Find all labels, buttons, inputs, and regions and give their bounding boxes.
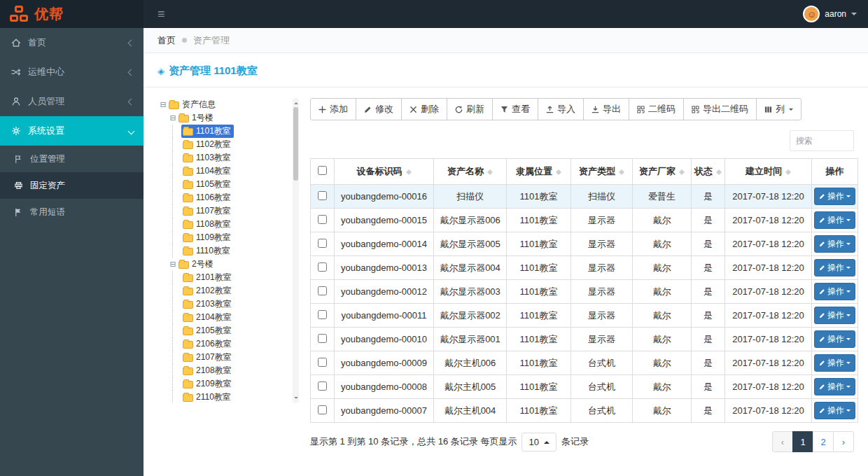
tree-node-room[interactable]: 2110教室 (158, 391, 299, 403)
tree-node-room[interactable]: 1101教室 (158, 125, 299, 138)
scroll-down-icon[interactable] (294, 397, 298, 401)
tree-node-room[interactable]: 1105教室 (158, 178, 299, 191)
user-menu[interactable]: ☺ aaron (803, 6, 857, 22)
col-header-vendor[interactable]: 资产厂家 (633, 159, 692, 185)
tree-node-room[interactable]: 2107教室 (158, 351, 299, 364)
row-action-button[interactable]: 操作 (814, 211, 855, 229)
row-checkbox[interactable] (318, 215, 327, 224)
delete-button[interactable]: 删除 (401, 98, 447, 120)
tree-node-room[interactable]: 1103教室 (158, 151, 299, 164)
pencil-icon (819, 288, 825, 295)
grid-area: 添加 修改 删除 刷新 查看 (310, 98, 854, 452)
menu-toggle-icon[interactable]: ≡ (158, 7, 165, 22)
cell-location: 1101教室 (507, 232, 571, 256)
scroll-up-icon[interactable] (294, 100, 298, 104)
row-checkbox[interactable] (318, 334, 327, 343)
tree-scrollbar[interactable] (293, 98, 299, 403)
tree-node-room[interactable]: 2108教室 (158, 364, 299, 377)
tree-line (172, 244, 181, 258)
row-action-button[interactable]: 操作 (814, 235, 855, 253)
sidebar-item-personnel[interactable]: 人员管理 (0, 87, 144, 116)
row-checkbox[interactable] (318, 358, 327, 367)
tree-node-room[interactable]: 2109教室 (158, 377, 299, 391)
tree-collapse-icon[interactable]: ⊟ (159, 101, 167, 108)
tree-node-room[interactable]: 1106教室 (158, 191, 299, 204)
scrollbar-thumb[interactable] (293, 107, 298, 181)
page-size-select[interactable]: 10 (522, 433, 556, 451)
row-action-button[interactable]: 操作 (814, 259, 855, 276)
col-header-asset-name[interactable]: 资产名称 (434, 159, 507, 185)
tree-node-room[interactable]: 1104教室 (158, 164, 299, 178)
edit-button[interactable]: 修改 (356, 98, 402, 120)
tree-node-room[interactable]: 2106教室 (158, 337, 299, 351)
tree-collapse-icon[interactable]: ⊟ (169, 260, 177, 268)
columns-button[interactable]: 列 (756, 98, 802, 120)
row-action-button[interactable]: 操作 (814, 330, 855, 348)
tree-node-building[interactable]: ⊟2号楼 (158, 258, 299, 271)
col-header-status[interactable]: 状态 (692, 159, 725, 185)
sidebar-item-location-mgmt[interactable]: 位置管理 (0, 146, 144, 172)
pagination-prev[interactable]: ‹ (772, 431, 793, 452)
row-checkbox[interactable] (318, 382, 327, 391)
folder-icon (183, 381, 193, 388)
tree-node-room[interactable]: 2104教室 (158, 311, 299, 324)
tree-node-room[interactable]: 2105教室 (158, 324, 299, 337)
tree-node-room[interactable]: 2103教室 (158, 298, 299, 311)
tree-collapse-icon[interactable]: ⊟ (169, 114, 177, 122)
tree-node-room[interactable]: 1109教室 (158, 231, 299, 244)
pagination-page-1[interactable]: 1 (792, 431, 813, 452)
row-action-button[interactable]: 操作 (814, 354, 855, 372)
row-checkbox[interactable] (318, 239, 327, 248)
row-checkbox[interactable] (318, 191, 327, 200)
col-header-asset-type[interactable]: 资产类型 (571, 159, 633, 185)
row-action-button[interactable]: 操作 (814, 188, 855, 205)
refresh-button[interactable]: 刷新 (447, 98, 493, 120)
pagination-page-2[interactable]: 2 (813, 431, 834, 452)
sidebar-item-common-phrases[interactable]: 常用短语 (0, 199, 144, 225)
row-checkbox[interactable] (318, 286, 327, 295)
search-input[interactable] (790, 130, 854, 151)
col-header-location[interactable]: 隶属位置 (507, 159, 571, 185)
row-checkbox[interactable] (318, 405, 327, 414)
table-header-row: 设备标识码 资产名称 隶属位置 资产类型 资产厂家 状态 建立时间 操作 (311, 159, 858, 185)
col-header-device-code[interactable]: 设备标识码 (335, 159, 434, 185)
row-action-button[interactable]: 操作 (814, 307, 855, 324)
select-all-checkbox[interactable] (318, 166, 327, 175)
folder-icon (178, 115, 189, 122)
tree-node-room[interactable]: 2102教室 (158, 284, 299, 298)
export-button[interactable]: 导出 (583, 98, 629, 120)
cell-status: 是 (692, 209, 725, 232)
breadcrumb-home[interactable]: 首页 (158, 34, 176, 47)
sidebar-item-system-settings[interactable]: 系统设置 (0, 116, 144, 146)
sidebar-item-home[interactable]: 首页 (0, 28, 144, 57)
tree-node-root[interactable]: ⊟资产信息 (158, 98, 299, 111)
row-action-button[interactable]: 操作 (814, 402, 855, 419)
pagination-next[interactable]: › (833, 431, 854, 452)
sidebar-item-ops-center[interactable]: 运维中心 (0, 57, 144, 87)
app-logo[interactable]: 优帮 (0, 0, 144, 28)
qrcode-button[interactable]: 二维码 (629, 98, 684, 120)
tree-node-room[interactable]: 1108教室 (158, 218, 299, 231)
row-action-button[interactable]: 操作 (814, 283, 855, 300)
tree-node-room[interactable]: 2101教室 (158, 271, 299, 284)
import-button[interactable]: 导入 (538, 98, 584, 120)
export-qrcode-button[interactable]: 导出二维码 (683, 98, 757, 120)
add-button[interactable]: 添加 (310, 98, 356, 120)
tree-line (172, 204, 181, 218)
tree-line (172, 364, 181, 377)
row-checkbox[interactable] (318, 262, 327, 272)
table-row: youbangdemo-00015戴尔显示器0061101教室显示器戴尔是201… (311, 209, 858, 232)
sidebar-item-fixed-assets[interactable]: 固定资产 (0, 172, 144, 199)
select-all-header[interactable] (311, 159, 335, 185)
tree-node-room[interactable]: 1102教室 (158, 138, 299, 151)
row-checkbox[interactable] (318, 310, 327, 319)
tree-node-room[interactable]: 1110教室 (158, 244, 299, 258)
cell-created-time: 2017-07-18 12:20 (725, 328, 812, 351)
tree-node-building[interactable]: ⊟1号楼 (158, 111, 299, 125)
cell-actions: 操作 (812, 328, 858, 351)
row-action-button[interactable]: 操作 (814, 378, 855, 396)
view-button[interactable]: 查看 (492, 98, 538, 120)
pencil-icon (819, 312, 825, 318)
col-header-created-time[interactable]: 建立时间 (725, 159, 812, 185)
tree-node-room[interactable]: 1107教室 (158, 204, 299, 218)
